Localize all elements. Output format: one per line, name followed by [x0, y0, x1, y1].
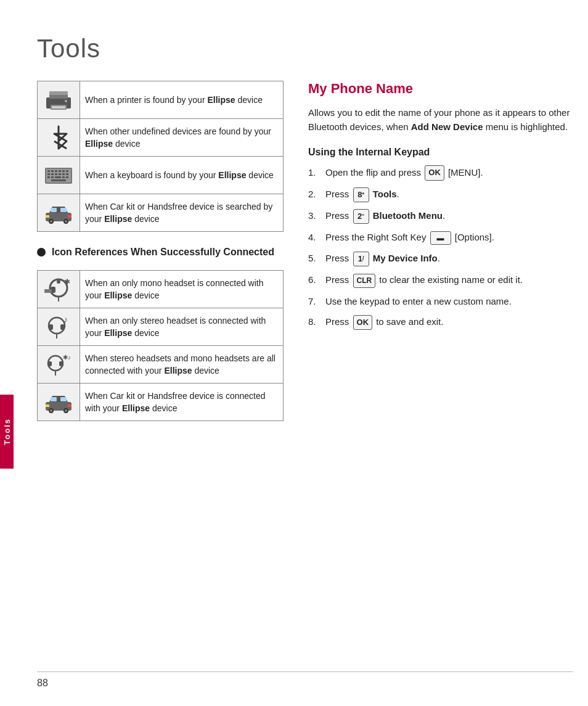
svg-point-34 [65, 220, 67, 223]
svg-rect-35 [46, 215, 49, 218]
table-cell-text: When Car kit or Handsfree device is conn… [80, 384, 284, 421]
2-key: 2° [353, 209, 369, 224]
svg-rect-13 [59, 170, 61, 172]
8-key: 8* [353, 187, 369, 202]
keyboard-icon [43, 160, 75, 190]
table-cell-text: When Car kit or Handsfree device is sear… [80, 194, 284, 232]
icon-cell [38, 157, 80, 194]
svg-rect-22 [47, 176, 50, 178]
svg-text:✱: ✱ [64, 277, 70, 286]
svg-rect-10 [47, 170, 50, 172]
step-8: 8. Press OK to save and exit. [308, 314, 573, 330]
carkit-icon [43, 198, 75, 228]
svg-point-41 [57, 280, 60, 284]
side-tab-label: Tools [2, 418, 12, 445]
table-row: When a keyboard is found by your Ellipse… [38, 157, 284, 194]
icon-cell: ✱ [38, 271, 80, 308]
1-key: 1/ [353, 252, 369, 266]
icon-cell [38, 119, 80, 157]
svg-rect-39 [44, 289, 52, 293]
svg-rect-16 [47, 173, 50, 175]
table-row: ✱♪ When stereo headsets and mono headset… [38, 346, 284, 384]
svg-rect-44 [49, 324, 53, 330]
bluetooth-icon [43, 123, 75, 152]
table-row: When Car kit or Handsfree device is sear… [38, 194, 284, 232]
svg-rect-21 [66, 173, 68, 175]
right-column: My Phone Name Allows you to edit the nam… [308, 81, 573, 435]
table-cell-text: When an only stereo headset is connected… [80, 308, 284, 346]
svg-rect-29 [51, 208, 57, 212]
table-row: ♪ When an only stereo headset is connect… [38, 308, 284, 346]
svg-rect-3 [52, 106, 65, 109]
table-cell-text: When other undefined devices are found b… [80, 119, 284, 157]
svg-rect-14 [62, 170, 65, 172]
page-title: Tools [37, 34, 573, 64]
svg-rect-61 [68, 404, 71, 407]
subsection-heading: Using the Internal Keypad [308, 147, 573, 158]
svg-rect-12 [55, 170, 57, 172]
svg-rect-17 [51, 173, 54, 175]
icon-cell [38, 384, 80, 421]
svg-rect-25 [62, 176, 65, 178]
table-row: When Car kit or Handsfree device is conn… [38, 384, 284, 421]
svg-rect-54 [51, 397, 57, 401]
svg-point-57 [50, 409, 52, 412]
steps-list: 1. Open the flip and press OK [MENU]. 2.… [308, 165, 573, 330]
step-5: 5. Press 1/ My Device Info. [308, 251, 573, 266]
clr-key: CLR [353, 274, 376, 288]
svg-rect-18 [55, 173, 57, 175]
svg-rect-20 [62, 173, 65, 175]
svg-rect-5 [49, 91, 68, 95]
icon-cell: ✱♪ [38, 346, 80, 384]
svg-point-32 [50, 220, 52, 223]
svg-text:✱♪: ✱♪ [63, 354, 71, 361]
icon-table-2: ✱ When an only mono headset is connected… [37, 270, 284, 421]
icon-cell [38, 81, 80, 119]
svg-rect-11 [51, 170, 54, 172]
page-number: 88 [37, 678, 48, 689]
svg-rect-24 [55, 176, 61, 178]
svg-text:♪: ♪ [63, 314, 68, 324]
icon-cell: ♪ [38, 308, 80, 346]
table-cell-text: When a printer is found by your Ellipse … [80, 81, 284, 119]
table-row: ✱ When an only mono headset is connected… [38, 271, 284, 308]
table-row: When a printer is found by your Ellipse … [38, 81, 284, 119]
step-1: 1. Open the flip and press OK [MENU]. [308, 165, 573, 181]
left-column: When a printer is found by your Ellipse … [37, 81, 284, 435]
ok-key-1: OK [425, 165, 444, 180]
both-headsets-icon: ✱♪ [43, 350, 75, 379]
side-tab: Tools [0, 395, 14, 469]
carkit-connected-icon [43, 387, 75, 417]
ok-key-2: OK [353, 315, 373, 330]
svg-rect-50 [59, 361, 63, 366]
stereo-headset-icon: ♪ [43, 312, 75, 342]
printer-icon [43, 85, 75, 115]
soft-key: ▬ [430, 231, 451, 245]
mono-headset-icon: ✱ [43, 274, 75, 304]
svg-rect-60 [46, 404, 49, 407]
bullet-label: Icon References When Successfully Connec… [52, 245, 274, 259]
svg-rect-49 [47, 361, 52, 366]
bottom-line [37, 671, 573, 672]
icon-cell [38, 194, 80, 232]
two-column-layout: When a printer is found by your Ellipse … [37, 81, 573, 435]
step-3: 3. Press 2° Bluetooth Menu. [308, 208, 573, 224]
svg-rect-55 [60, 397, 67, 401]
svg-rect-45 [60, 324, 65, 330]
bullet-dot [37, 248, 46, 257]
table-cell-text: When stereo headsets and mono headsets a… [80, 346, 284, 384]
svg-rect-19 [59, 173, 61, 175]
svg-rect-27 [51, 179, 66, 181]
step-6: 6. Press CLR to clear the existing name … [308, 273, 573, 287]
svg-point-4 [65, 100, 67, 102]
table-cell-text: When a keyboard is found by your Ellipse… [80, 157, 284, 194]
bullet-section: Icon References When Successfully Connec… [37, 245, 284, 259]
svg-rect-23 [51, 176, 54, 178]
table-cell-text: When an only mono headset is connected w… [80, 271, 284, 308]
icon-table-1: When a printer is found by your Ellipse … [37, 81, 284, 232]
svg-point-59 [65, 409, 67, 412]
svg-rect-15 [66, 170, 68, 172]
page-content: Tools [37, 34, 573, 435]
table-row: When other undefined devices are found b… [38, 119, 284, 157]
svg-rect-30 [60, 208, 67, 212]
